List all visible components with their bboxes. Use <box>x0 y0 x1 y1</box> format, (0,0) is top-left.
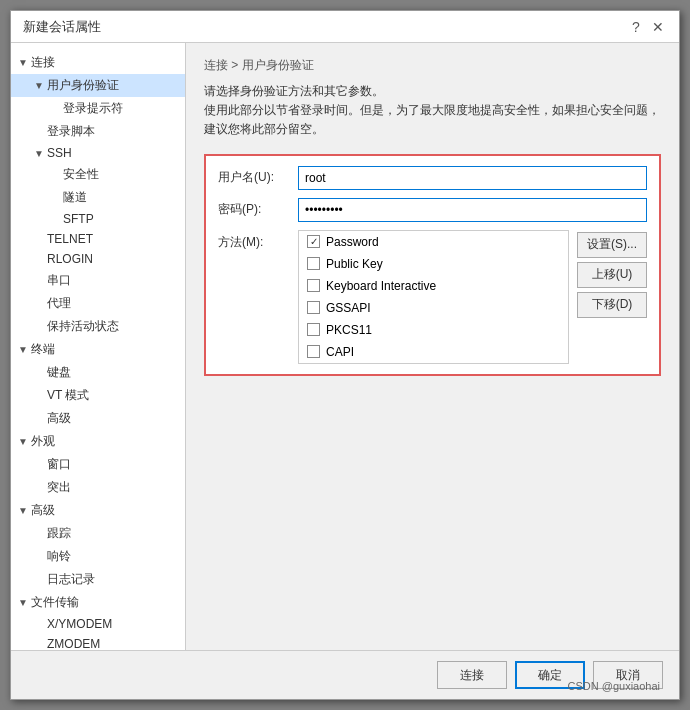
checkbox-pkcs11[interactable] <box>307 323 320 336</box>
sidebar-label-appearance: 外观 <box>31 433 55 450</box>
dialog-title: 新建会话属性 <box>23 18 101 36</box>
sidebar-label-file-transfer: 文件传输 <box>31 594 79 611</box>
sidebar-label-keepalive: 保持活动状态 <box>47 318 119 335</box>
checkbox-publickey[interactable] <box>307 257 320 270</box>
sidebar-item-proxy[interactable]: 代理 <box>11 292 185 315</box>
method-row: 方法(M): PasswordPublic KeyKeyboard Intera… <box>218 230 647 364</box>
settings-button[interactable]: 设置(S)... <box>577 232 647 258</box>
method-label-gssapi: GSSAPI <box>326 301 371 315</box>
sidebar-item-xymodem[interactable]: X/YMODEM <box>11 614 185 634</box>
sidebar-label-auth: 用户身份验证 <box>47 77 119 94</box>
sidebar-item-trace[interactable]: 跟踪 <box>11 522 185 545</box>
method-label-keyboard: Keyboard Interactive <box>326 279 436 293</box>
sidebar-label-terminal: 终端 <box>31 341 55 358</box>
sidebar-item-serial[interactable]: 串口 <box>11 269 185 292</box>
checkbox-capi[interactable] <box>307 345 320 358</box>
sidebar-item-log[interactable]: 日志记录 <box>11 568 185 591</box>
sidebar-item-security[interactable]: 安全性 <box>11 163 185 186</box>
sidebar-label-zmodem: ZMODEM <box>47 637 100 650</box>
dialog-body: ▼连接▼用户身份验证登录提示符登录脚本▼SSH安全性隧道SFTPTELNETRL… <box>11 43 679 650</box>
username-input[interactable] <box>298 166 647 190</box>
expand-icon-auth: ▼ <box>31 80 47 91</box>
dialog: 新建会话属性 ? ✕ ▼连接▼用户身份验证登录提示符登录脚本▼SSH安全性隧道S… <box>10 10 680 700</box>
sidebar-label-xymodem: X/YMODEM <box>47 617 112 631</box>
move-down-button[interactable]: 下移(D) <box>577 292 647 318</box>
method-option-gssapi[interactable]: GSSAPI <box>299 297 568 319</box>
method-label: 方法(M): <box>218 230 298 251</box>
method-option-password[interactable]: Password <box>299 231 568 253</box>
sidebar-item-advanced2[interactable]: ▼高级 <box>11 499 185 522</box>
sidebar-item-advanced[interactable]: 高级 <box>11 407 185 430</box>
method-option-pkcs11[interactable]: PKCS11 <box>299 319 568 341</box>
sidebar-label-advanced2: 高级 <box>31 502 55 519</box>
sidebar-item-ssh[interactable]: ▼SSH <box>11 143 185 163</box>
method-label-publickey: Public Key <box>326 257 383 271</box>
sidebar-item-sftp[interactable]: SFTP <box>11 209 185 229</box>
sidebar-item-zmodem[interactable]: ZMODEM <box>11 634 185 650</box>
sidebar-item-bell[interactable]: 响铃 <box>11 545 185 568</box>
sidebar-item-telnet[interactable]: TELNET <box>11 229 185 249</box>
sidebar-item-login-script[interactable]: 登录脚本 <box>11 120 185 143</box>
sidebar-label-serial: 串口 <box>47 272 71 289</box>
sidebar-label-rlogin: RLOGIN <box>47 252 93 266</box>
expand-icon-terminal: ▼ <box>15 344 31 355</box>
method-label-password: Password <box>326 235 379 249</box>
description: 请选择身份验证方法和其它参数。 使用此部分以节省登录时间。但是，为了最大限度地提… <box>204 82 661 140</box>
sidebar-label-ssh: SSH <box>47 146 72 160</box>
help-button[interactable]: ? <box>627 18 645 36</box>
watermark: CSDN @guxiaohai <box>568 680 661 692</box>
checkbox-keyboard[interactable] <box>307 279 320 292</box>
sidebar-item-rlogin[interactable]: RLOGIN <box>11 249 185 269</box>
method-option-capi[interactable]: CAPI <box>299 341 568 363</box>
breadcrumb: 连接 > 用户身份验证 <box>204 57 661 74</box>
sidebar-label-sftp: SFTP <box>63 212 94 226</box>
sidebar-label-proxy: 代理 <box>47 295 71 312</box>
sidebar-label-bell: 响铃 <box>47 548 71 565</box>
sidebar-label-connection: 连接 <box>31 54 55 71</box>
sidebar-item-tunnel[interactable]: 隧道 <box>11 186 185 209</box>
main-content: 连接 > 用户身份验证 请选择身份验证方法和其它参数。 使用此部分以节省登录时间… <box>186 43 679 650</box>
close-button[interactable]: ✕ <box>649 18 667 36</box>
method-dropdown-container: PasswordPublic KeyKeyboard InteractiveGS… <box>298 230 569 364</box>
sidebar-item-window[interactable]: 窗口 <box>11 453 185 476</box>
form-section: 用户名(U): 密码(P): 方法(M): PasswordPublic Key… <box>204 154 661 376</box>
method-label-pkcs11: PKCS11 <box>326 323 372 337</box>
password-label: 密码(P): <box>218 201 298 218</box>
sidebar-item-login-prompt[interactable]: 登录提示符 <box>11 97 185 120</box>
sidebar-item-keepalive[interactable]: 保持活动状态 <box>11 315 185 338</box>
sidebar-item-file-transfer[interactable]: ▼文件传输 <box>11 591 185 614</box>
sidebar-item-connection[interactable]: ▼连接 <box>11 51 185 74</box>
expand-icon-connection: ▼ <box>15 57 31 68</box>
password-input[interactable] <box>298 198 647 222</box>
expand-icon-file-transfer: ▼ <box>15 597 31 608</box>
right-buttons: 设置(S)... 上移(U) 下移(D) <box>577 230 647 318</box>
method-option-publickey[interactable]: Public Key <box>299 253 568 275</box>
sidebar-item-keyboard[interactable]: 键盘 <box>11 361 185 384</box>
expand-icon-advanced2: ▼ <box>15 505 31 516</box>
sidebar-label-telnet: TELNET <box>47 232 93 246</box>
sidebar-label-trace: 跟踪 <box>47 525 71 542</box>
title-bar: 新建会话属性 ? ✕ <box>11 11 679 43</box>
sidebar-item-appearance[interactable]: ▼外观 <box>11 430 185 453</box>
sidebar-label-advanced: 高级 <box>47 410 71 427</box>
checkbox-gssapi[interactable] <box>307 301 320 314</box>
method-settings-container: PasswordPublic KeyKeyboard InteractiveGS… <box>298 230 647 364</box>
method-label-capi: CAPI <box>326 345 354 359</box>
title-buttons: ? ✕ <box>627 18 667 36</box>
sidebar-label-security: 安全性 <box>63 166 99 183</box>
checkbox-password[interactable] <box>307 235 320 248</box>
sidebar-item-vt-mode[interactable]: VT 模式 <box>11 384 185 407</box>
sidebar-label-tunnel: 隧道 <box>63 189 87 206</box>
move-up-button[interactable]: 上移(U) <box>577 262 647 288</box>
sidebar-label-keyboard: 键盘 <box>47 364 71 381</box>
sidebar-item-auth[interactable]: ▼用户身份验证 <box>11 74 185 97</box>
username-label: 用户名(U): <box>218 169 298 186</box>
sidebar-label-highlight: 突出 <box>47 479 71 496</box>
method-option-keyboard[interactable]: Keyboard Interactive <box>299 275 568 297</box>
connect-button[interactable]: 连接 <box>437 661 507 689</box>
sidebar-item-highlight[interactable]: 突出 <box>11 476 185 499</box>
expand-icon-ssh: ▼ <box>31 148 47 159</box>
password-row: 密码(P): <box>218 198 647 222</box>
sidebar-item-terminal[interactable]: ▼终端 <box>11 338 185 361</box>
username-row: 用户名(U): <box>218 166 647 190</box>
